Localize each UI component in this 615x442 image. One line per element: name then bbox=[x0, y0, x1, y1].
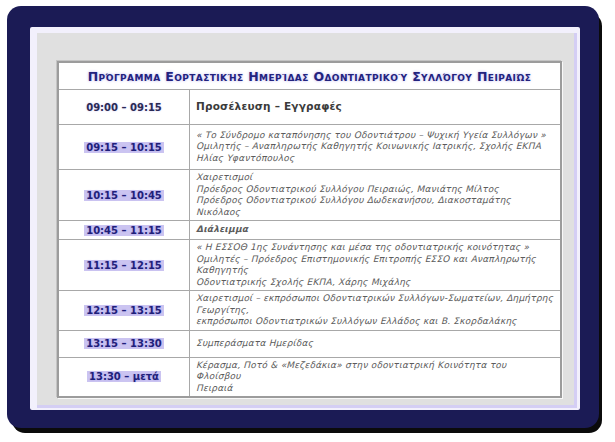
session-cell: « Η ΕΣΣΟΘ 1ης Συνάντησης και μέσα της οδ… bbox=[190, 240, 562, 291]
table-row: 13:15 – 13:30 Συμπεράσματα Ημερίδας bbox=[58, 330, 561, 357]
session-line: Πρόεδρος Οδοντιατρικού Συλλόγου Πειραιώς… bbox=[196, 184, 554, 196]
time-cell: 11:15 – 12:15 bbox=[58, 240, 190, 291]
session-cell: Κέρασμα, Ποτό & «Μεζεδάκια» στην οδοντια… bbox=[190, 357, 562, 397]
session-cell: Διάλειμμα bbox=[190, 221, 562, 240]
session-line: Οδοντιατρικής Σχολής ΕΚΠΑ, Χάρης Μιχάλης bbox=[196, 277, 554, 289]
session-line: « Το Σύνδρομο καταπόνησης του Οδοντιάτρο… bbox=[196, 130, 554, 142]
table-row: 11:15 – 12:15 « Η ΕΣΣΟΘ 1ης Συνάντησης κ… bbox=[58, 240, 561, 291]
table-row: 10:15 – 10:45 Χαιρετισμοί Πρόεδρος Οδοντ… bbox=[58, 170, 561, 221]
session-cell: Χαιρετισμοί – εκπρόσωποι Οδοντιατρικών Σ… bbox=[190, 291, 562, 331]
time-label: 13:15 – 13:30 bbox=[84, 338, 164, 349]
table-row: 10:45 – 11:15 Διάλειμμα bbox=[58, 221, 561, 240]
session-line: Ομιλητής – Αναπληρωτής Καθηγητής Κοινωνι… bbox=[196, 141, 554, 153]
table-row: 09:00 – 09:15 Προσέλευση – Εγγραφές bbox=[58, 90, 561, 125]
time-cell: 09:00 – 09:15 bbox=[58, 90, 190, 125]
time-cell: 10:45 – 11:15 bbox=[58, 221, 190, 240]
session-cell: Χαιρετισμοί Πρόεδρος Οδοντιατρικού Συλλό… bbox=[190, 170, 562, 221]
table-row: 09:15 – 10:15 « Το Σύνδρομο καταπόνησης … bbox=[58, 125, 561, 170]
table-row: 12:15 – 13:15 Χαιρετισμοί – εκπρόσωποι Ο… bbox=[58, 291, 561, 331]
page-title: Πρόγραμμα Εορταστικής Ημερίδας Οδοντιατρ… bbox=[58, 62, 561, 90]
session-line: Κέρασμα, Ποτό & «Μεζεδάκια» στην οδοντια… bbox=[196, 360, 554, 383]
time-label: 10:15 – 10:45 bbox=[84, 190, 164, 201]
session-cell: Συμπεράσματα Ημερίδας bbox=[190, 330, 562, 357]
session-line: Χαιρετισμοί bbox=[196, 172, 554, 184]
time-cell: 13:30 – μετά bbox=[58, 357, 190, 397]
time-label: 10:45 – 11:15 bbox=[84, 225, 164, 236]
time-label: 09:15 – 10:15 bbox=[84, 142, 164, 153]
session-line: Ηλίας Υφαντόπουλος bbox=[196, 153, 554, 165]
time-cell: 09:15 – 10:15 bbox=[58, 125, 190, 170]
program-schedule-table: Πρόγραμμα Εορταστικής Ημερίδας Οδοντιατρ… bbox=[57, 61, 562, 398]
session-line: Προσέλευση – Εγγραφές bbox=[196, 101, 554, 113]
session-line: Συμπεράσματα Ημερίδας bbox=[196, 338, 554, 350]
session-line: Χαιρετισμοί – εκπρόσωποι Οδοντιατρικών Σ… bbox=[196, 293, 554, 316]
title-row: Πρόγραμμα Εορταστικής Ημερίδας Οδοντιατρ… bbox=[58, 62, 561, 90]
time-label: 09:00 – 09:15 bbox=[86, 102, 162, 113]
time-label: 12:15 – 13:15 bbox=[84, 305, 164, 316]
time-cell: 12:15 – 13:15 bbox=[58, 291, 190, 331]
time-cell: 10:15 – 10:45 bbox=[58, 170, 190, 221]
time-cell: 13:15 – 13:30 bbox=[58, 330, 190, 357]
time-label: 11:15 – 12:15 bbox=[84, 260, 164, 271]
table-row: 13:30 – μετά Κέρασμα, Ποτό & «Μεζεδάκια»… bbox=[58, 357, 561, 397]
time-label: 13:30 – μετά bbox=[87, 371, 161, 382]
session-line: Ομιλητές – Πρόεδρος Επιστημονικής Επιτρο… bbox=[196, 254, 554, 277]
session-line: Διάλειμμα bbox=[196, 224, 554, 236]
session-line: Πρόεδρος Οδοντιατρικού Συλλόγου Δωδεκανή… bbox=[196, 195, 554, 218]
session-line: « Η ΕΣΣΟΘ 1ης Συνάντησης και μέσα της οδ… bbox=[196, 242, 554, 254]
session-line: εκπρόσωποι Οδοντιατρικών Συλλόγων Ελλάδο… bbox=[196, 316, 554, 328]
session-line: Πειραιά bbox=[196, 383, 554, 395]
session-cell: « Το Σύνδρομο καταπόνησης του Οδοντιάτρο… bbox=[190, 125, 562, 170]
session-cell: Προσέλευση – Εγγραφές bbox=[190, 90, 562, 125]
